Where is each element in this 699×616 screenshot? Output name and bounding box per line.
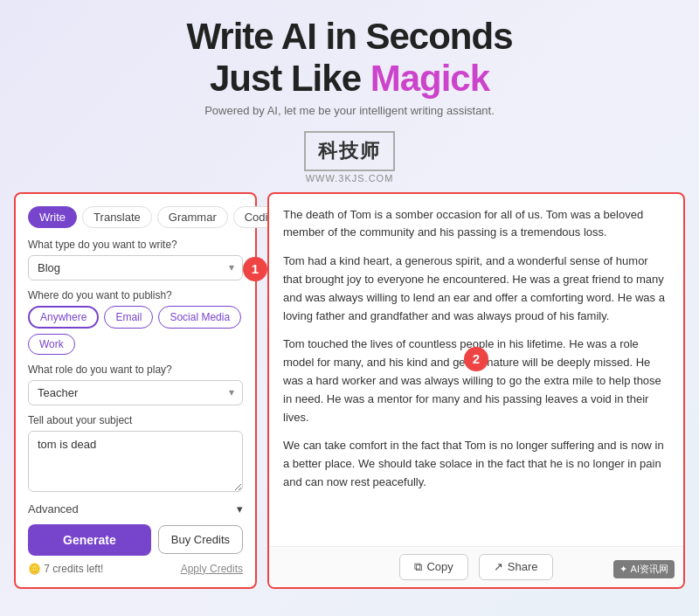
step-1-circle: 1 — [243, 257, 267, 281]
copy-icon: ⧉ — [414, 560, 422, 574]
right-panel: 2 The death of Tom is a somber occasion … — [267, 192, 685, 589]
type-select-wrap: Blog Article Essay Story Poem — [28, 255, 243, 280]
watermark-star-icon: ✦ — [619, 564, 627, 575]
generate-button[interactable]: Generate — [28, 524, 151, 556]
pub-btn-work[interactable]: Work — [28, 334, 75, 355]
step-2-circle: 2 — [464, 347, 488, 371]
tab-translate[interactable]: Translate — [82, 206, 152, 228]
heading-line1: Write AI in Seconds — [186, 16, 512, 57]
logo-area: 科技师 WWW.3KJS.COM — [0, 131, 699, 183]
publish-buttons: Anywhere Email Social Media Work — [28, 306, 243, 355]
main-heading: Write AI in Seconds Just Like Magick — [17, 16, 682, 100]
credits-left: 🪙 7 credits left! — [28, 563, 103, 575]
bottom-row: 🪙 7 credits left! Apply Credits — [28, 563, 243, 575]
copy-label: Copy — [426, 560, 453, 573]
role-select-wrap: Teacher Writer Student Professional — [28, 380, 243, 405]
watermark-text: AI资讯网 — [631, 563, 668, 576]
output-para-2: Tom had a kind heart, a generous spirit,… — [283, 253, 669, 325]
advanced-row[interactable]: Advanced ▾ — [28, 502, 243, 516]
apply-credits-link[interactable]: Apply Credits — [181, 563, 243, 575]
type-label: What type do you want to write? — [28, 239, 243, 251]
role-select[interactable]: Teacher Writer Student Professional — [28, 380, 243, 405]
share-button[interactable]: ↗ Share — [479, 554, 553, 580]
buy-credits-button[interactable]: Buy Credits — [158, 525, 243, 554]
heading-line2-prefix: Just Like — [210, 58, 370, 99]
publish-label: Where do you want to publish? — [28, 289, 243, 301]
subject-textarea[interactable]: tom is dead — [28, 431, 243, 492]
pub-btn-email[interactable]: Email — [104, 306, 153, 329]
subject-textarea-wrap: tom is dead — [28, 431, 243, 495]
subtitle: Powered by AI, let me be your intelligen… — [17, 104, 682, 117]
role-label: What role do you want to play? — [28, 363, 243, 376]
pub-btn-social[interactable]: Social Media — [158, 306, 241, 329]
logo-url: WWW.3KJS.COM — [0, 173, 699, 183]
tabs: Write Translate Grammar Coding — [28, 206, 243, 228]
output-para-4: We can take comfort in the fact that Tom… — [283, 437, 669, 491]
advanced-label: Advanced — [28, 502, 79, 516]
share-label: Share — [508, 560, 538, 573]
subject-label: Tell about your subject — [28, 414, 243, 426]
heading-magick: Magick — [370, 58, 489, 99]
share-icon: ↗ — [494, 560, 503, 573]
main-content: 1 Write Translate Grammar Coding What ty… — [0, 192, 699, 598]
output-para-1: The death of Tom is a somber occasion fo… — [283, 206, 669, 243]
copy-button[interactable]: ⧉ Copy — [399, 554, 467, 580]
action-row: Generate Buy Credits — [28, 524, 243, 556]
tab-write[interactable]: Write — [28, 206, 77, 228]
type-select[interactable]: Blog Article Essay Story Poem — [28, 255, 243, 280]
chevron-down-icon: ▾ — [237, 502, 243, 516]
left-panel: 1 Write Translate Grammar Coding What ty… — [14, 192, 257, 589]
pub-btn-anywhere[interactable]: Anywhere — [28, 306, 99, 329]
header: Write AI in Seconds Just Like Magick Pow… — [0, 0, 699, 126]
watermark: ✦ AI资讯网 — [613, 560, 675, 578]
tab-grammar[interactable]: Grammar — [157, 206, 228, 228]
logo-box: 科技师 — [304, 131, 395, 171]
